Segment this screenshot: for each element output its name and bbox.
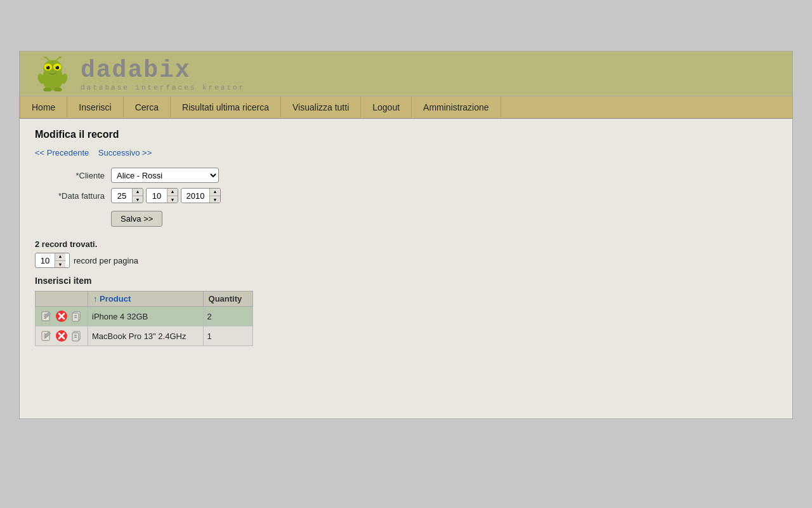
svg-point-4 bbox=[46, 65, 50, 69]
row2-edit-icon[interactable] bbox=[39, 329, 53, 343]
insert-item-title: Inserisci item bbox=[35, 276, 777, 286]
row1-actions bbox=[39, 309, 84, 323]
svg-point-6 bbox=[47, 65, 48, 67]
per-page-up-button[interactable]: ▲ bbox=[55, 253, 65, 261]
svg-line-10 bbox=[56, 57, 60, 60]
record-form: *Cliente Alice - RossiMarco - BianchiLui… bbox=[35, 168, 777, 227]
nav-visualizza[interactable]: Visualizza tutti bbox=[281, 97, 361, 118]
day-spinner: 25 ▲ ▼ bbox=[111, 188, 143, 203]
nav-amministrazione[interactable]: Amministrazione bbox=[412, 97, 501, 118]
nav-home[interactable]: Home bbox=[20, 97, 67, 118]
col-actions bbox=[36, 291, 88, 307]
year-up-button[interactable]: ▲ bbox=[210, 188, 220, 196]
row1-copy-icon[interactable] bbox=[70, 309, 84, 323]
navigation-bar: Home Inserisci Cerca Risultati ultima ri… bbox=[20, 96, 792, 119]
table-header-row: ↑ Product Quantity bbox=[36, 291, 253, 307]
records-count: 2 record trovati. bbox=[35, 239, 777, 249]
row1-edit-icon[interactable] bbox=[39, 309, 53, 323]
alien-logo-icon bbox=[34, 57, 72, 91]
day-input[interactable]: 25 bbox=[112, 191, 132, 201]
col-product: ↑ Product bbox=[88, 291, 204, 307]
table-row: iPhone 4 32GB 2 bbox=[36, 307, 253, 326]
svg-line-8 bbox=[46, 57, 49, 60]
row1-product: iPhone 4 32GB bbox=[88, 307, 204, 326]
delete-x-icon bbox=[55, 310, 68, 323]
prev-link[interactable]: << Precedente bbox=[35, 148, 89, 157]
quantity-header: Quantity bbox=[209, 294, 242, 304]
row2-product: MacBook Pro 13" 2.4GHz bbox=[88, 326, 204, 346]
delete-x-icon bbox=[55, 330, 68, 342]
cliente-select[interactable]: Alice - RossiMarco - BianchiLuigi - Verd… bbox=[111, 168, 219, 183]
month-spinner: 10 ▲ ▼ bbox=[146, 188, 178, 203]
month-down-button[interactable]: ▼ bbox=[167, 196, 178, 204]
row2-quantity: 1 bbox=[203, 326, 252, 346]
nav-risultati[interactable]: Risultati ultima ricerca bbox=[171, 97, 281, 118]
month-arrows: ▲ ▼ bbox=[167, 188, 178, 203]
row1-actions-cell bbox=[36, 307, 88, 326]
edit-pencil-icon bbox=[41, 311, 52, 322]
row2-actions-cell bbox=[36, 326, 88, 346]
day-arrows: ▲ ▼ bbox=[132, 188, 143, 203]
data-fattura-row: *Data fattura 25 ▲ ▼ 10 bbox=[35, 188, 777, 203]
logo-text: dadabix database interfaces kreator bbox=[81, 57, 245, 91]
per-page-label: record per pagina bbox=[74, 256, 138, 265]
per-page-spinner: 10 ▲ ▼ bbox=[35, 253, 70, 268]
save-button[interactable]: Salva >> bbox=[111, 211, 162, 227]
year-input[interactable]: 2010 bbox=[181, 191, 209, 201]
cliente-control: Alice - RossiMarco - BianchiLuigi - Verd… bbox=[111, 168, 219, 183]
copy-document-icon bbox=[71, 311, 82, 322]
logo-image bbox=[27, 55, 78, 93]
row1-delete-icon[interactable] bbox=[55, 309, 69, 323]
day-up-button[interactable]: ▲ bbox=[133, 188, 143, 196]
app-header: dadabix database interfaces kreator bbox=[20, 51, 792, 96]
per-page-input[interactable]: 10 bbox=[36, 256, 55, 265]
next-link[interactable]: Successivo >> bbox=[98, 148, 152, 157]
content-area: Modifica il record << Precedente Success… bbox=[20, 119, 792, 365]
month-up-button[interactable]: ▲ bbox=[167, 188, 178, 196]
per-page-down-button[interactable]: ▼ bbox=[55, 261, 65, 269]
per-page-row: 10 ▲ ▼ record per pagina bbox=[35, 253, 777, 268]
product-sort-link[interactable]: ↑ Product bbox=[93, 294, 131, 304]
records-section: 2 record trovati. 10 ▲ ▼ record per pagi… bbox=[35, 239, 777, 346]
svg-point-5 bbox=[56, 65, 60, 69]
nav-inserisci[interactable]: Inserisci bbox=[67, 97, 123, 118]
nav-logout[interactable]: Logout bbox=[361, 97, 412, 118]
cliente-label: *Cliente bbox=[35, 171, 111, 180]
nav-cerca[interactable]: Cerca bbox=[124, 97, 171, 118]
day-down-button[interactable]: ▼ bbox=[133, 196, 143, 204]
year-down-button[interactable]: ▼ bbox=[210, 196, 220, 204]
logo-title: dadabix bbox=[81, 57, 245, 84]
record-navigation: << Precedente Successivo >> bbox=[35, 148, 777, 157]
row2-delete-icon[interactable] bbox=[55, 329, 69, 343]
cliente-row: *Cliente Alice - RossiMarco - BianchiLui… bbox=[35, 168, 777, 183]
row1-quantity: 2 bbox=[203, 307, 252, 326]
table-body: iPhone 4 32GB 2 bbox=[36, 307, 253, 346]
year-arrows: ▲ ▼ bbox=[209, 188, 220, 203]
row2-actions bbox=[39, 329, 84, 343]
svg-point-7 bbox=[56, 65, 58, 67]
data-fattura-control: 25 ▲ ▼ 10 ▲ ▼ bbox=[111, 188, 221, 203]
row2-copy-icon[interactable] bbox=[70, 329, 84, 343]
col-quantity: Quantity bbox=[203, 291, 252, 307]
data-fattura-label: *Data fattura bbox=[35, 191, 111, 201]
table-row: MacBook Pro 13" 2.4GHz 1 bbox=[36, 326, 253, 346]
items-table: ↑ Product Quantity bbox=[35, 291, 253, 346]
page-title: Modifica il record bbox=[35, 129, 777, 140]
logo-area: dadabix database interfaces kreator bbox=[20, 50, 252, 98]
edit-pencil-icon bbox=[41, 330, 52, 342]
year-spinner: 2010 ▲ ▼ bbox=[181, 188, 221, 203]
month-input[interactable]: 10 bbox=[147, 191, 167, 201]
copy-document-icon bbox=[71, 330, 82, 342]
logo-subtitle: database interfaces kreator bbox=[81, 84, 245, 91]
per-page-arrows: ▲ ▼ bbox=[55, 253, 65, 268]
